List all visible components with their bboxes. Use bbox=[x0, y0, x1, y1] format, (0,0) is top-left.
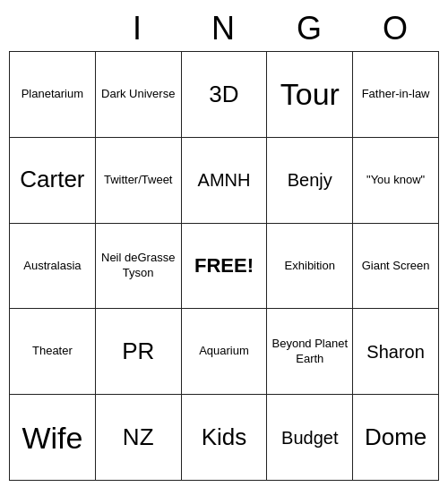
cell-text-2: 3D bbox=[209, 80, 238, 110]
cell-text-0: Planetarium bbox=[22, 87, 83, 102]
bingo-cell-3: Tour bbox=[267, 52, 353, 138]
cell-text-8: Benjy bbox=[288, 168, 332, 192]
bingo-cell-12: FREE! bbox=[182, 224, 268, 310]
cell-text-13: Exhibition bbox=[285, 259, 335, 274]
cell-text-14: Giant Screen bbox=[362, 259, 430, 274]
header-spacer bbox=[9, 6, 95, 51]
cell-text-3: Tour bbox=[280, 74, 340, 114]
cell-text-23: Budget bbox=[281, 426, 338, 449]
bingo-cell-19: Sharon bbox=[353, 309, 439, 395]
bingo-cell-2: 3D bbox=[182, 52, 268, 138]
bingo-cell-1: Dark Universe bbox=[96, 52, 182, 138]
cell-text-7: AMNH bbox=[198, 168, 251, 192]
bingo-cell-15: Theater bbox=[10, 309, 96, 395]
letter-i: I bbox=[95, 6, 181, 51]
bingo-header: I N G O bbox=[9, 6, 439, 51]
bingo-cell-20: Wife bbox=[10, 395, 96, 481]
cell-text-24: Dome bbox=[365, 423, 426, 453]
bingo-cell-6: Twitter/Tweet bbox=[96, 138, 182, 224]
bingo-cell-23: Budget bbox=[267, 395, 353, 481]
cell-text-15: Theater bbox=[32, 344, 73, 359]
bingo-cell-17: Aquarium bbox=[182, 309, 268, 395]
bingo-cell-14: Giant Screen bbox=[353, 224, 439, 310]
bingo-cell-5: Carter bbox=[10, 138, 96, 224]
bingo-card: I N G O PlanetariumDark Universe3DTourFa… bbox=[9, 6, 439, 481]
letter-n: N bbox=[181, 6, 267, 51]
cell-text-4: Father-in-law bbox=[362, 87, 430, 102]
bingo-grid: PlanetariumDark Universe3DTourFather-in-… bbox=[9, 51, 439, 481]
cell-text-20: Wife bbox=[22, 418, 82, 457]
cell-text-22: Kids bbox=[202, 423, 247, 453]
letter-o: O bbox=[353, 6, 439, 51]
cell-text-6: Twitter/Tweet bbox=[104, 173, 173, 188]
cell-text-12: FREE! bbox=[194, 253, 254, 279]
cell-text-18: Beyond Planet Earth bbox=[271, 337, 349, 367]
bingo-cell-8: Benjy bbox=[267, 138, 353, 224]
bingo-cell-0: Planetarium bbox=[10, 52, 96, 138]
cell-text-9: "You know" bbox=[366, 173, 425, 188]
bingo-cell-16: PR bbox=[96, 309, 182, 395]
bingo-cell-7: AMNH bbox=[182, 138, 268, 224]
bingo-cell-21: NZ bbox=[96, 395, 182, 481]
cell-text-11: Neil deGrasse Tyson bbox=[99, 251, 177, 281]
bingo-cell-22: Kids bbox=[182, 395, 268, 481]
cell-text-17: Aquarium bbox=[199, 344, 249, 359]
bingo-cell-24: Dome bbox=[353, 395, 439, 481]
bingo-cell-11: Neil deGrasse Tyson bbox=[96, 224, 182, 310]
cell-text-10: Australasia bbox=[23, 259, 81, 274]
cell-text-21: NZ bbox=[123, 423, 154, 453]
bingo-cell-4: Father-in-law bbox=[353, 52, 439, 138]
bingo-cell-10: Australasia bbox=[10, 224, 96, 310]
cell-text-5: Carter bbox=[20, 165, 84, 195]
bingo-cell-18: Beyond Planet Earth bbox=[267, 309, 353, 395]
cell-text-16: PR bbox=[122, 337, 154, 367]
cell-text-19: Sharon bbox=[366, 340, 425, 363]
bingo-cell-9: "You know" bbox=[353, 138, 439, 224]
letter-g: G bbox=[267, 6, 353, 51]
cell-text-1: Dark Universe bbox=[101, 87, 175, 102]
bingo-cell-13: Exhibition bbox=[267, 224, 353, 310]
